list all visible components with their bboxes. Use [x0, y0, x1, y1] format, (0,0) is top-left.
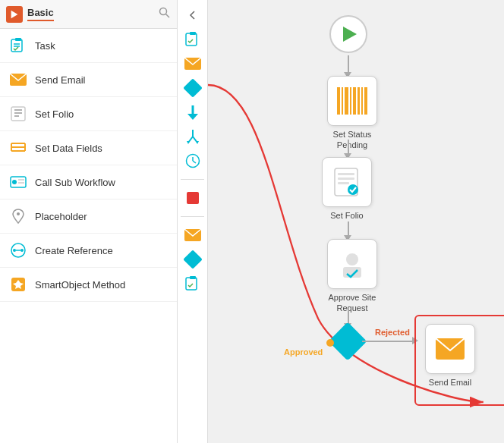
barcode-svg — [337, 87, 367, 115]
sidebar-item-task[interactable]: Task — [0, 29, 177, 63]
svg-rect-51 — [364, 87, 367, 115]
sidebar: Basic Task — [0, 0, 178, 443]
rejected-label: Rejected — [375, 328, 410, 337]
start-node[interactable] — [329, 15, 367, 53]
strip-divider-1 — [181, 179, 204, 180]
svg-point-22 — [13, 249, 16, 252]
sidebar-item-placeholder[interactable]: Placeholder — [0, 200, 177, 234]
search-icon — [159, 7, 171, 19]
strip-split-arrow-icon[interactable] — [182, 126, 203, 147]
svg-rect-54 — [338, 178, 354, 180]
decision-diamond[interactable] — [334, 328, 361, 355]
set-folio-label: Set Folio — [330, 210, 363, 221]
strip-task-icon-2[interactable] — [182, 273, 203, 294]
smartobject-icon — [9, 275, 27, 294]
svg-rect-41 — [186, 278, 197, 290]
svg-point-20 — [17, 212, 20, 215]
reference-icon — [9, 241, 27, 259]
start-node-circle — [329, 15, 367, 53]
svg-rect-49 — [358, 87, 360, 115]
start-play-icon — [343, 27, 357, 42]
sidebar-item-create-reference[interactable]: Create Reference — [0, 234, 177, 268]
sidebar-header: Basic — [0, 0, 177, 29]
svg-marker-31 — [187, 114, 198, 120]
sidebar-item-smartobject-method[interactable]: SmartObject Method — [0, 268, 177, 302]
diamond-shape — [329, 322, 367, 361]
approved-label: Approved — [284, 347, 323, 357]
send-email-svg — [435, 338, 465, 360]
approved-dot — [326, 339, 334, 347]
strip-stop-icon[interactable] — [182, 187, 203, 209]
approve-svg — [337, 249, 367, 279]
sidebar-item-create-reference-label: Create Reference — [35, 245, 113, 256]
collapse-button[interactable] — [182, 5, 203, 26]
strip-email-icon[interactable] — [182, 53, 203, 74]
strip-diamond-icon[interactable] — [182, 77, 203, 99]
folio-icon — [9, 105, 27, 123]
sidebar-item-send-email-label: Send Email — [35, 74, 85, 86]
sidebar-item-set-data-fields[interactable]: Set Data Fields — [0, 131, 177, 165]
sub-workflow-icon — [9, 173, 27, 191]
set-status-pending-label: Set Status Pending — [322, 129, 383, 151]
send-email-rejected-node[interactable]: Send Email — [425, 324, 475, 388]
sidebar-item-task-label: Task — [35, 40, 55, 52]
data-fields-icon — [9, 139, 27, 157]
folio-svg — [332, 167, 362, 197]
send-email-rejected-label: Send Email — [429, 377, 471, 388]
svg-rect-53 — [338, 173, 354, 175]
sidebar-item-set-folio-label: Set Folio — [35, 108, 74, 120]
svg-rect-27 — [186, 33, 197, 46]
svg-rect-7 — [11, 107, 25, 121]
strip-clock-icon[interactable] — [182, 150, 203, 171]
svg-rect-47 — [350, 87, 351, 115]
svg-point-23 — [20, 249, 24, 252]
set-status-pending-box — [327, 76, 377, 126]
svg-point-17 — [12, 180, 17, 184]
svg-rect-45 — [342, 87, 343, 115]
svg-rect-28 — [190, 32, 196, 35]
placeholder-icon — [9, 207, 27, 225]
approve-site-request-box — [327, 239, 377, 289]
sidebar-item-placeholder-label: Placeholder — [35, 211, 87, 222]
strip-arrow-down-icon[interactable] — [182, 102, 203, 123]
svg-rect-50 — [361, 87, 363, 115]
svg-rect-46 — [345, 87, 348, 115]
set-folio-node[interactable]: Set Folio — [322, 157, 372, 221]
sidebar-items-list: Task Send Email Set Folio — [0, 29, 177, 443]
svg-point-57 — [346, 253, 358, 265]
strip-email-icon-2[interactable] — [182, 225, 203, 246]
workflow-canvas[interactable]: Set Status Pending Set Folio — [208, 0, 504, 443]
sidebar-tab-basic[interactable]: Basic — [27, 7, 54, 21]
svg-rect-55 — [338, 182, 349, 184]
sidebar-item-smartobject-method-label: SmartObject Method — [35, 279, 125, 291]
svg-marker-35 — [187, 141, 190, 144]
search-button[interactable] — [159, 7, 171, 22]
connector-rejected-h — [362, 341, 415, 342]
strip-diamond-icon-2[interactable] — [182, 249, 203, 270]
svg-marker-36 — [196, 141, 199, 144]
sidebar-item-call-sub-workflow[interactable]: Call Sub Workflow — [0, 165, 177, 200]
svg-rect-3 — [15, 38, 21, 41]
sidebar-item-send-email[interactable]: Send Email — [0, 63, 177, 97]
svg-point-56 — [348, 184, 358, 195]
sidebar-item-set-data-fields-label: Set Data Fields — [35, 143, 102, 154]
set-folio-box — [322, 157, 372, 207]
strip-task-icon[interactable] — [182, 29, 203, 50]
task-icon — [9, 36, 27, 55]
svg-rect-44 — [337, 87, 340, 115]
svg-rect-42 — [190, 276, 196, 279]
sidebar-item-call-sub-workflow-label: Call Sub Workflow — [35, 177, 115, 188]
svg-rect-48 — [353, 87, 356, 115]
strip-divider-2 — [181, 216, 204, 217]
svg-line-1 — [166, 14, 170, 17]
email-icon — [9, 71, 27, 89]
sidebar-item-set-folio[interactable]: Set Folio — [0, 97, 177, 131]
scissors-icon — [9, 9, 20, 20]
set-status-pending-node[interactable]: Set Status Pending — [322, 76, 383, 151]
icon-strip — [178, 0, 208, 443]
approve-site-request-label: Approve Site Request — [322, 292, 383, 314]
svg-rect-2 — [11, 39, 22, 52]
svg-point-0 — [160, 8, 167, 14]
approve-site-request-node[interactable]: Approve Site Request — [322, 239, 383, 314]
send-email-rejected-box — [425, 324, 475, 374]
